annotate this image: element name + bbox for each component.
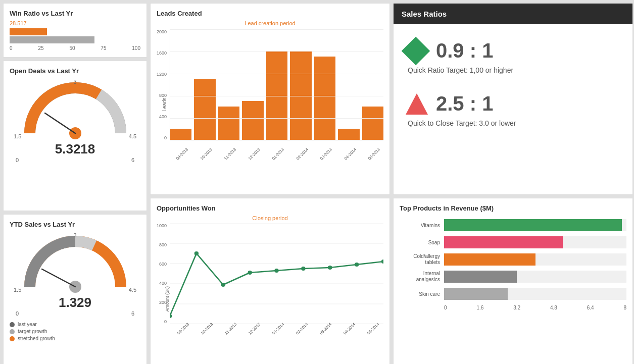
opps-chart: 1000 800 600 400 200 0 Amount ($K) (157, 223, 383, 344)
diamond-icon (402, 36, 430, 65)
leads-y-axis: 2000 1600 1200 800 400 0 (157, 29, 170, 140)
svg-point-20 (355, 263, 359, 267)
opps-line-chart (170, 223, 383, 324)
win-ratio-value: 28.517 (10, 20, 140, 26)
bar-row-soap: Soap (400, 236, 626, 248)
legend-dot-target (10, 329, 15, 334)
svg-point-14 (194, 251, 199, 255)
top-products-chart: Vitamins Soap Cold/allergy tablets (400, 215, 626, 310)
svg-point-17 (274, 269, 278, 273)
win-ratio-bars (10, 28, 140, 43)
legend-dot-stretched (10, 336, 15, 341)
ytd-sales-gauge: 3 (20, 231, 131, 297)
bar-row-internal: Internal analgesics (400, 271, 626, 283)
quick-ratio-value: 0.9 : 1 (436, 39, 493, 62)
svg-point-21 (381, 259, 383, 264)
quick-close-row: 2.5 : 1 (406, 92, 620, 115)
top-products-panel: Top Products in Revenue ($M) Vitamins So… (393, 198, 633, 364)
leads-subtitle: Lead creation period (157, 20, 383, 26)
bar-cold (444, 253, 535, 266)
opps-subtitle: Closing period (157, 215, 383, 221)
sales-ratios-body: 0.9 : 1 Quick Ratio Target: 1,00 or high… (394, 24, 632, 142)
opps-title: Opportunities Won (157, 204, 383, 212)
legend-item-last-year: last year (10, 322, 140, 327)
sales-ratios-panel: Sales Ratios 0.9 : 1 Quick Ratio Target:… (393, 3, 633, 195)
svg-point-19 (328, 266, 332, 270)
ytd-top-label: 3 (73, 232, 76, 238)
legend-label-last-year: last year (18, 322, 37, 327)
legend-label-stretched: stretched growth (18, 336, 55, 341)
svg-point-15 (221, 283, 225, 287)
quick-ratio-desc: Quick Ratio Target: 1,00 or higher (408, 66, 620, 74)
legend: last year target growth stretched growth (10, 322, 140, 341)
bar-row-vitamins: Vitamins (400, 219, 626, 231)
legend-dot-last-year (10, 322, 15, 327)
svg-point-13 (170, 314, 172, 318)
open-deals-panel: Open Deals vs Last Yr 3 (3, 61, 147, 211)
opps-x-labels: 09-2013 10-2013 11-2013 12-2013 01-2014 … (170, 327, 383, 332)
open-deals-value: 5.3218 (10, 141, 140, 157)
top-products-title: Top Products in Revenue ($M) (400, 204, 626, 212)
leads-y-label: Leads (162, 98, 167, 112)
win-ratio-title: Win Ratio vs Last Yr (10, 10, 140, 17)
open-deals-gauge: 3 (20, 78, 131, 143)
products-x-axis: 0 1.6 3.2 4.8 6.4 8 (400, 305, 626, 310)
quick-close-desc: Quick to Close Target: 3.0 or lower (408, 119, 620, 127)
leads-created-panel: Leads Created Lead creation period 2000 … (150, 3, 390, 195)
svg-point-16 (248, 271, 252, 275)
quick-close-value: 2.5 : 1 (436, 92, 493, 115)
svg-point-18 (301, 267, 305, 271)
leads-created-title: Leads Created (157, 10, 383, 17)
open-deals-minmax: 0 6 (10, 157, 140, 163)
opps-y-label: Amount ($K) (165, 286, 170, 312)
bar-soap (444, 236, 563, 248)
bar-row-cold: Cold/allergy tablets (400, 253, 626, 266)
bar-vitamins (444, 219, 622, 231)
open-deals-title: Open Deals vs Last Yr (10, 67, 140, 75)
ytd-sales-panel: YTD Sales vs Last Yr 3 1.5 4.5 1.329 (3, 214, 147, 364)
win-ratio-panel: Win Ratio vs Last Yr 28.517 0 25 50 75 1… (3, 3, 147, 58)
open-deals-top-label: 3 (73, 79, 76, 85)
opportunities-panel: Opportunities Won Closing period 1000 80… (150, 198, 390, 364)
bar-skincare (444, 288, 508, 300)
leads-bars (170, 29, 383, 140)
leads-chart: 2000 1600 1200 800 400 0 Leads (157, 29, 383, 161)
legend-label-target: target growth (18, 329, 47, 334)
bar-internal (444, 271, 517, 283)
triangle-icon (406, 93, 428, 115)
quick-ratio-row: 0.9 : 1 (406, 39, 620, 62)
opps-chart-area: Amount ($K) (170, 223, 383, 344)
legend-item-stretched: stretched growth (10, 336, 140, 341)
ytd-minmax: 0 6 (10, 310, 140, 317)
ytd-sales-title: YTD Sales vs Last Yr (10, 221, 140, 228)
ytd-sales-value: 1.329 (10, 295, 140, 310)
bar-row-skincare: Skin care (400, 288, 626, 300)
win-ratio-axis: 0 25 50 75 100 (10, 45, 140, 51)
leads-x-labels: 09-2013 10-2013 11-2013 12-2013 01-2014 … (170, 152, 383, 157)
leads-bars-area: Leads (170, 29, 383, 161)
sales-ratios-header: Sales Ratios (394, 4, 632, 24)
legend-item-target: target growth (10, 329, 140, 334)
